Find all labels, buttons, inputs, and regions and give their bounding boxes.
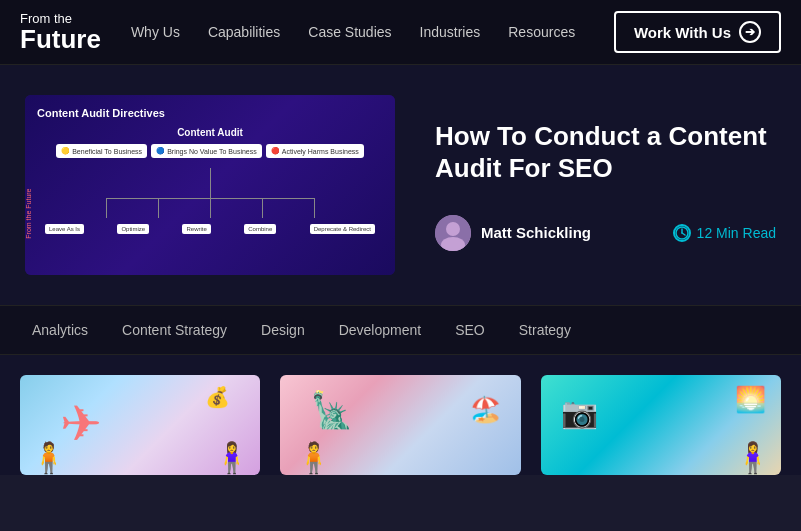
bottom-label-3: Rewrite <box>182 224 210 234</box>
category-analytics[interactable]: Analytics <box>20 316 100 344</box>
article-cards-section: 🧍 🧍‍♀️ 🧍 🧍‍♀️ <box>0 355 801 475</box>
category-strategy[interactable]: Strategy <box>507 316 583 344</box>
read-time-label: 12 Min Read <box>697 225 776 241</box>
line-branch-4 <box>262 198 263 218</box>
diagram-tags: 🟡Beneficial To Business 🔵Brings No Value… <box>37 144 383 158</box>
line-branch-2 <box>158 198 159 218</box>
author-avatar <box>435 215 471 251</box>
tag-beneficial: 🟡Beneficial To Business <box>56 144 147 158</box>
person-figure-2: 🧍‍♀️ <box>213 440 250 475</box>
svg-line-5 <box>682 233 685 235</box>
categories-bar: Analytics Content Strategy Design Develo… <box>0 305 801 355</box>
bottom-label-1: Leave As Is <box>45 224 84 234</box>
hero-article-content: How To Conduct a Content Audit For SEO M… <box>435 120 776 251</box>
nav-links: Why Us Capabilities Case Studies Industr… <box>131 24 614 40</box>
diagram-center-label: Content Audit <box>37 127 383 138</box>
nav-link-case-studies[interactable]: Case Studies <box>308 24 391 40</box>
person-figure-1: 🧍 <box>30 440 67 475</box>
bottom-label-5: Deprecate & Redirect <box>310 224 375 234</box>
diagram-title: Content Audit Directives <box>37 107 383 119</box>
card-image-3: 🧍‍♀️ <box>541 375 781 475</box>
nav-link-why-us[interactable]: Why Us <box>131 24 180 40</box>
nav-link-resources[interactable]: Resources <box>508 24 575 40</box>
hero-section: Content Audit Directives Content Audit 🟡… <box>0 65 801 305</box>
diagram-container: Content Audit Directives Content Audit 🟡… <box>25 95 395 275</box>
read-time: 12 Min Read <box>673 224 776 242</box>
author-info: Matt Schickling <box>435 215 591 251</box>
author-name[interactable]: Matt Schickling <box>481 224 591 241</box>
card-image-2: 🧍 <box>280 375 520 475</box>
article-card-1[interactable]: 🧍 🧍‍♀️ <box>20 375 260 475</box>
line-branch-5 <box>314 198 315 218</box>
article-meta: Matt Schickling 12 Min Read <box>435 215 776 251</box>
article-card-2[interactable]: 🧍 <box>280 375 520 475</box>
article-card-3[interactable]: 🧍‍♀️ <box>541 375 781 475</box>
line-vertical <box>210 168 211 198</box>
category-development[interactable]: Development <box>327 316 434 344</box>
bottom-label-2: Optimize <box>117 224 149 234</box>
svg-point-1 <box>446 222 460 236</box>
nav-link-industries[interactable]: Industries <box>420 24 481 40</box>
category-design[interactable]: Design <box>249 316 317 344</box>
clock-icon <box>673 224 691 242</box>
site-logo[interactable]: From the Future <box>20 12 101 52</box>
person-figure-4: 🧍‍♀️ <box>734 440 771 475</box>
diagram-lines <box>37 168 383 218</box>
navbar: From the Future Why Us Capabilities Case… <box>0 0 801 65</box>
article-title[interactable]: How To Conduct a Content Audit For SEO <box>435 120 776 185</box>
diagram-bottom-labels: Leave As Is Optimize Rewrite Combine Dep… <box>37 224 383 234</box>
tag-no-value: 🔵Brings No Value To Business <box>151 144 262 158</box>
logo-future: Future <box>20 26 101 52</box>
work-with-us-button[interactable]: Work With Us ➔ <box>614 11 781 53</box>
nav-link-capabilities[interactable]: Capabilities <box>208 24 280 40</box>
category-content-strategy[interactable]: Content Strategy <box>110 316 239 344</box>
card-image-1: 🧍 🧍‍♀️ <box>20 375 260 475</box>
bottom-label-4: Combine <box>244 224 276 234</box>
arrow-circle-icon: ➔ <box>739 21 761 43</box>
work-with-us-label: Work With Us <box>634 24 731 41</box>
side-brand-label: From the Future <box>25 189 32 239</box>
line-branch-1 <box>106 198 107 218</box>
hero-image[interactable]: Content Audit Directives Content Audit 🟡… <box>25 95 395 275</box>
line-branch-3 <box>210 198 211 218</box>
person-figure-3: 🧍 <box>295 440 332 475</box>
category-seo[interactable]: SEO <box>443 316 497 344</box>
tag-harms: 🔴Actively Harms Business <box>266 144 364 158</box>
